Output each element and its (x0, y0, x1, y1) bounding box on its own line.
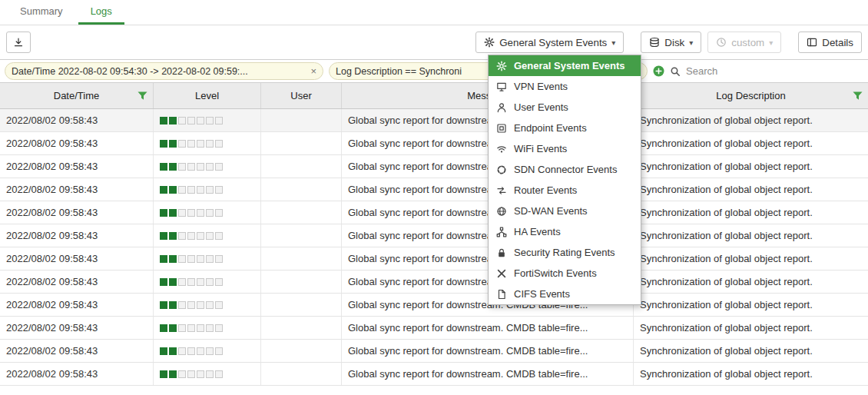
dropdown-item-ha-events[interactable]: HA Events (489, 221, 641, 242)
event-type-button-label: General System Events (499, 37, 607, 48)
level-indicator (160, 140, 223, 148)
cell-user (261, 224, 342, 247)
dropdown-item-endpoint-events[interactable]: Endpoint Events (489, 118, 641, 138)
table-row[interactable]: 2022/08/02 09:58:43Global sync report fo… (0, 132, 868, 155)
dropdown-item-security-rating-events[interactable]: Security Rating Events (489, 242, 641, 263)
cell-log-description: Synchronization of global object report. (634, 224, 868, 247)
cell-user (261, 109, 342, 131)
download-icon (13, 37, 24, 48)
table-row[interactable]: 2022/08/02 09:58:43Global sync report fo… (0, 317, 868, 340)
cell-log-description: Synchronization of global object report. (634, 294, 868, 316)
log-table: Date/Time Level User Message Log Descrip… (0, 83, 868, 386)
cell-datetime: 2022/08/02 09:58:43 (0, 132, 154, 154)
table-row[interactable]: 2022/08/02 09:58:43Global sync report fo… (0, 247, 868, 271)
filter-pill-text: Date/Time 2022-08-02 09:54:30 -> 2022-08… (12, 66, 306, 77)
column-header-level[interactable]: Level (154, 83, 261, 108)
close-icon[interactable]: × (310, 65, 316, 77)
dropdown-item-label: Security Rating Events (514, 247, 615, 258)
cell-message: Global sync report for downstream. CMDB … (342, 317, 634, 339)
dropdown-item-sdn-connector-events[interactable]: SDN Connector Events (489, 159, 641, 180)
cell-user (261, 363, 342, 385)
cell-level (154, 247, 261, 270)
table-body: 2022/08/02 09:58:43Global sync report fo… (0, 109, 868, 386)
column-header-log-description[interactable]: Log Description (634, 83, 868, 108)
tab-summary[interactable]: Summary (8, 0, 75, 25)
cell-datetime: 2022/08/02 09:58:43 (0, 363, 154, 385)
dropdown-item-general-system-events[interactable]: General System Events (489, 55, 641, 76)
column-header-label: Log Description (716, 90, 785, 101)
cell-log-description: Synchronization of global object report. (634, 317, 868, 339)
cell-datetime: 2022/08/02 09:58:43 (0, 109, 154, 131)
table-row[interactable]: 2022/08/02 09:58:43Global sync report fo… (0, 340, 868, 363)
custom-time-button[interactable]: custom ▾ (707, 32, 781, 53)
add-filter-button[interactable] (653, 65, 664, 77)
cell-user (261, 201, 342, 224)
event-type-button[interactable]: General System Events ▾ (475, 32, 624, 53)
table-row[interactable]: 2022/08/02 09:58:43Global sync report fo… (0, 294, 868, 317)
cell-user (261, 317, 342, 339)
dropdown-item-label: CIFS Events (514, 288, 570, 300)
table-row[interactable]: 2022/08/02 09:58:43Global sync report fo… (0, 363, 868, 386)
dropdown-item-label: General System Events (514, 60, 625, 71)
table-row[interactable]: 2022/08/02 09:58:43Global sync report fo… (0, 109, 868, 132)
table-row[interactable]: 2022/08/02 09:58:43Global sync report fo… (0, 271, 868, 294)
column-header-datetime[interactable]: Date/Time (0, 83, 154, 108)
cell-user (261, 271, 342, 293)
cell-user (261, 155, 342, 178)
tab-logs[interactable]: Logs (78, 0, 124, 25)
cell-level (154, 201, 261, 224)
custom-time-button-label: custom (731, 37, 764, 48)
level-indicator (160, 117, 223, 124)
table-row[interactable]: 2022/08/02 09:58:43Global sync report fo… (0, 201, 868, 224)
cell-datetime: 2022/08/02 09:58:43 (0, 155, 154, 178)
dropdown-item-label: Endpoint Events (514, 122, 587, 134)
dropdown-item-sd-wan-events[interactable]: SD-WAN Events (489, 201, 641, 221)
clock-icon (716, 37, 727, 48)
details-icon (807, 37, 817, 48)
search-input[interactable] (686, 65, 863, 77)
dropdown-item-user-events[interactable]: User Events (489, 97, 641, 118)
chevron-down-icon: ▾ (611, 38, 615, 47)
gear-icon (495, 61, 507, 71)
disk-button-label: Disk (664, 37, 684, 48)
lock-icon (495, 247, 507, 258)
dropdown-item-fortiswitch-events[interactable]: FortiSwitch Events (489, 263, 641, 284)
filter-funnel-icon[interactable] (137, 91, 147, 101)
endpoint-icon (495, 123, 507, 134)
cell-level (154, 132, 261, 154)
dropdown-item-cifs-events[interactable]: CIFS Events (489, 284, 641, 304)
tab-logs-label: Logs (91, 5, 112, 17)
level-indicator (160, 301, 223, 309)
tab-summary-label: Summary (20, 5, 63, 17)
cell-datetime: 2022/08/02 09:58:43 (0, 247, 154, 270)
cell-log-description: Synchronization of global object report. (634, 247, 868, 270)
dropdown-item-router-events[interactable]: Router Events (489, 180, 641, 201)
dropdown-item-label: Router Events (514, 184, 577, 196)
cell-level (154, 109, 261, 131)
filter-funnel-icon[interactable] (853, 91, 863, 101)
fortiswitch-icon (495, 268, 507, 279)
level-indicator (160, 278, 223, 286)
cell-datetime: 2022/08/02 09:58:43 (0, 317, 154, 339)
dropdown-item-vpn-events[interactable]: VPN Events (489, 76, 641, 97)
column-header-user[interactable]: User (261, 83, 342, 108)
download-button[interactable] (6, 32, 31, 53)
disk-button[interactable]: Disk ▾ (641, 32, 701, 53)
wifi-icon (495, 144, 507, 154)
router-icon (495, 185, 507, 196)
cell-level (154, 271, 261, 293)
dropdown-item-wifi-events[interactable]: WiFi Events (489, 138, 641, 159)
cell-level (154, 340, 261, 362)
chevron-down-icon: ▾ (689, 38, 693, 47)
level-indicator (160, 186, 223, 194)
table-row[interactable]: 2022/08/02 09:58:43Global sync report fo… (0, 178, 868, 201)
cell-datetime: 2022/08/02 09:58:43 (0, 178, 154, 201)
details-button[interactable]: Details (798, 32, 862, 53)
table-row[interactable]: 2022/08/02 09:58:43Global sync report fo… (0, 224, 868, 247)
details-button-label: Details (822, 37, 853, 48)
cell-log-description: Synchronization of global object report. (634, 271, 868, 293)
filter-pill-datetime[interactable]: Date/Time 2022-08-02 09:54:30 -> 2022-08… (5, 62, 323, 80)
cell-user (261, 340, 342, 362)
level-indicator (160, 347, 223, 355)
table-row[interactable]: 2022/08/02 09:58:43Global sync report fo… (0, 155, 868, 178)
